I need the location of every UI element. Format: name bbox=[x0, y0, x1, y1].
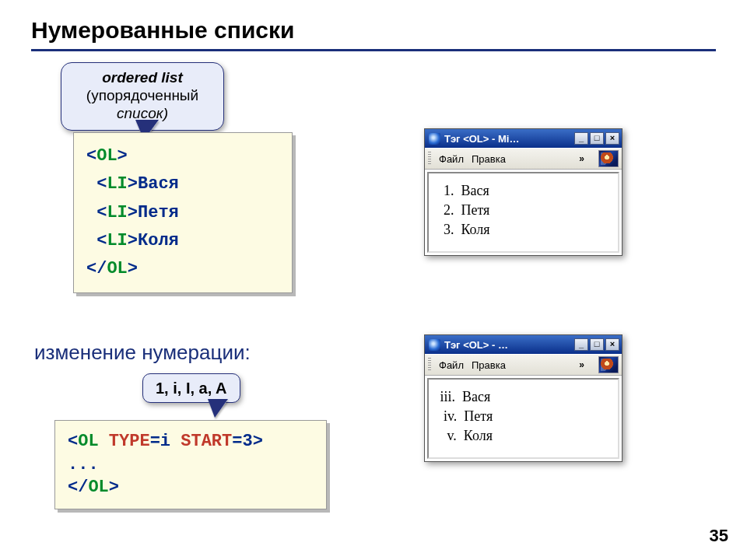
toolbar-grip bbox=[428, 358, 431, 372]
list-item: iii. Вася bbox=[437, 387, 612, 407]
list-item: 3. Коля bbox=[437, 220, 612, 240]
maximize-button[interactable]: □ bbox=[590, 338, 604, 351]
code-tag: OL bbox=[96, 146, 117, 166]
code-text: < bbox=[86, 231, 107, 250]
code-text: < bbox=[68, 432, 78, 451]
window-titlebar: Тэг <OL> - … _ □ × bbox=[425, 335, 622, 354]
list-item: 2. Петя bbox=[437, 201, 612, 220]
code-text: ... bbox=[68, 455, 99, 474]
ie-icon bbox=[429, 133, 440, 145]
browser-window-2: Тэг <OL> - … _ □ × Файл Правка » iii. Ва… bbox=[424, 334, 622, 462]
code-text: < bbox=[86, 146, 96, 166]
code-tag: LI bbox=[107, 203, 127, 222]
slide-title: Нумерованные списки bbox=[31, 17, 294, 44]
subheading: изменение нумерации: bbox=[34, 341, 251, 365]
list-item: 1. Вася bbox=[437, 181, 612, 201]
toolbar-grip bbox=[428, 152, 431, 166]
code-tag: LI bbox=[107, 231, 127, 250]
code-tag: OL bbox=[107, 259, 127, 278]
window-buttons: _ □ × bbox=[574, 132, 619, 145]
browser-content: iii. Вася iv. Петя v. Коля bbox=[427, 378, 619, 459]
ie-throbber-icon bbox=[598, 356, 619, 373]
code-tag: OL bbox=[78, 432, 109, 451]
close-button[interactable]: × bbox=[605, 338, 619, 351]
window-titlebar: Тэг <OL> - Mi… _ □ × bbox=[425, 129, 622, 148]
window-buttons: _ □ × bbox=[574, 338, 619, 351]
code-block-ol-type: <OL TYPE=i START=3> ... </OL> bbox=[54, 420, 327, 509]
page-number: 35 bbox=[710, 526, 728, 546]
menu-file[interactable]: Файл bbox=[439, 359, 464, 371]
code-text: >Вася bbox=[128, 174, 179, 194]
code-text: =i bbox=[150, 432, 181, 451]
window-menubar: Файл Правка » bbox=[425, 354, 622, 376]
window-title: Тэг <OL> - … bbox=[444, 339, 508, 351]
code-text: </ bbox=[68, 478, 88, 497]
code-text: =3> bbox=[232, 432, 263, 451]
menu-overflow[interactable]: » bbox=[576, 153, 587, 164]
menu-edit[interactable]: Правка bbox=[472, 153, 506, 165]
window-menubar: Файл Правка » bbox=[425, 148, 622, 170]
callout-line: (упорядоченный bbox=[86, 87, 198, 103]
callout-line: список) bbox=[117, 105, 168, 121]
ie-throbber-icon bbox=[598, 150, 619, 167]
code-attr: START bbox=[181, 432, 232, 451]
code-tag: LI bbox=[107, 174, 127, 194]
title-underline bbox=[31, 49, 716, 51]
code-text: > bbox=[128, 259, 138, 278]
menu-overflow[interactable]: » bbox=[576, 359, 587, 370]
minimize-button[interactable]: _ bbox=[574, 132, 588, 145]
minimize-button[interactable]: _ bbox=[574, 338, 588, 351]
code-text: >Коля bbox=[128, 231, 179, 250]
menu-edit[interactable]: Правка bbox=[472, 359, 506, 371]
code-tag: OL bbox=[88, 478, 108, 497]
code-text: >Петя bbox=[128, 203, 179, 222]
code-text: </ bbox=[86, 259, 107, 278]
maximize-button[interactable]: □ bbox=[590, 132, 604, 145]
code-text: > bbox=[109, 478, 119, 497]
window-title: Тэг <OL> - Mi… bbox=[444, 133, 519, 145]
code-text: > bbox=[117, 146, 128, 166]
browser-window-1: Тэг <OL> - Mi… _ □ × Файл Правка » 1. Ва… bbox=[424, 128, 622, 256]
code-text: < bbox=[86, 203, 107, 222]
list-item: iv. Петя bbox=[437, 407, 612, 426]
code-attr: TYPE bbox=[109, 432, 150, 451]
menu-file[interactable]: Файл bbox=[439, 153, 464, 165]
ie-icon bbox=[429, 339, 440, 351]
code-block-ol: <OL> <LI>Вася <LI>Петя <LI>Коля </OL> bbox=[73, 132, 293, 293]
close-button[interactable]: × bbox=[605, 132, 619, 145]
code-text: < bbox=[86, 174, 107, 194]
callout-tail bbox=[209, 401, 227, 418]
list-item: v. Коля bbox=[437, 426, 612, 446]
browser-content: 1. Вася 2. Петя 3. Коля bbox=[427, 172, 619, 253]
callout-line: ordered list bbox=[102, 69, 182, 86]
